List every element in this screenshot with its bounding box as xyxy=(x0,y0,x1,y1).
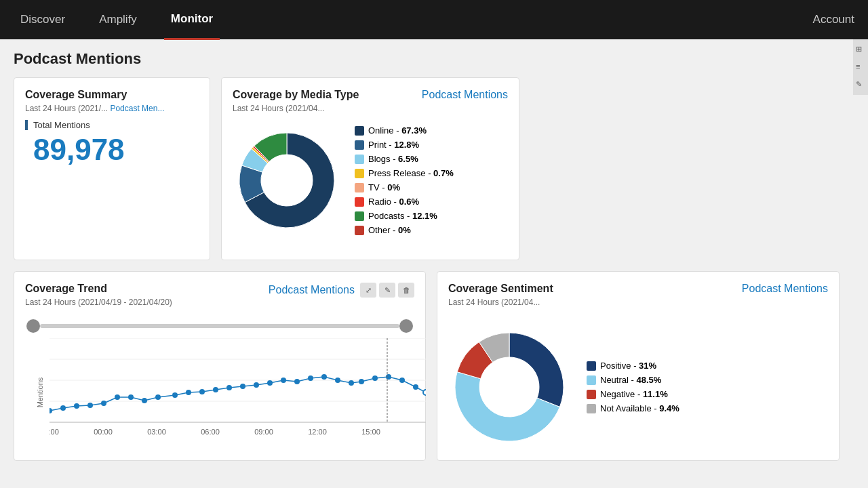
svg-text:09:00: 09:00 xyxy=(254,428,273,436)
legend-tv: TV - 0% xyxy=(355,182,454,192)
svg-point-31 xyxy=(226,385,232,390)
sentiment-donut-chart xyxy=(448,326,570,448)
navbar: Discover Amplify Monitor Account xyxy=(0,0,868,39)
total-mentions-value: 89,978 xyxy=(25,133,199,167)
svg-point-39 xyxy=(335,378,340,383)
media-subtitle: Last 24 Hours (2021/04... xyxy=(233,104,359,113)
svg-point-24 xyxy=(128,394,134,400)
svg-point-42 xyxy=(372,375,378,381)
top-cards-row: Coverage Summary Last 24 Hours (2021/...… xyxy=(14,77,840,260)
svg-point-37 xyxy=(308,375,313,381)
y-axis-label: Mentions xyxy=(36,378,44,408)
media-legend: Online - 67.3% Print - 12.8% Blogs - 6.5… xyxy=(355,125,454,235)
svg-point-23 xyxy=(115,394,120,400)
svg-point-40 xyxy=(349,380,354,386)
legend-negative: Negative - 11.1% xyxy=(587,389,679,399)
svg-text:15:00: 15:00 xyxy=(361,428,380,436)
svg-point-46 xyxy=(423,390,426,395)
legend-radio: Radio - 0.6% xyxy=(355,197,454,207)
svg-point-35 xyxy=(281,378,286,383)
page-content: Podcast Mentions Coverage Summary Last 2… xyxy=(0,39,853,472)
sentiment-title-block: Coverage Sentiment Last 24 Hours (2021/0… xyxy=(448,283,553,314)
svg-point-21 xyxy=(87,403,93,408)
coverage-sentiment-card: Coverage Sentiment Last 24 Hours (2021/0… xyxy=(437,271,840,461)
sentiment-header: Coverage Sentiment Last 24 Hours (2021/0… xyxy=(448,283,828,314)
svg-point-45 xyxy=(413,384,418,390)
svg-point-20 xyxy=(74,403,79,409)
coverage-trend-card: Coverage Trend Last 24 Hours (2021/04/19… xyxy=(14,271,426,461)
svg-point-26 xyxy=(155,394,161,400)
trend-delete-button[interactable]: 🗑 xyxy=(398,283,414,298)
trend-title-block: Coverage Trend Last 24 Hours (2021/04/19… xyxy=(25,283,172,314)
slider-left-thumb[interactable] xyxy=(26,319,40,333)
trend-slider[interactable] xyxy=(25,319,414,333)
media-title-block: Coverage by Media Type Last 24 Hours (20… xyxy=(233,89,359,120)
svg-point-41 xyxy=(359,379,364,384)
slider-right-thumb[interactable] xyxy=(399,319,413,333)
svg-point-38 xyxy=(321,374,327,380)
legend-not-available: Not Available - 9.4% xyxy=(587,403,679,413)
trend-header: Coverage Trend Last 24 Hours (2021/04/19… xyxy=(25,283,414,314)
summary-link[interactable]: Podcast Men... xyxy=(110,104,164,113)
legend-neutral: Neutral - 48.5% xyxy=(587,375,679,385)
coverage-media-card: Coverage by Media Type Last 24 Hours (20… xyxy=(221,77,519,260)
svg-point-44 xyxy=(399,378,405,383)
svg-point-34 xyxy=(267,380,273,386)
svg-point-29 xyxy=(199,389,205,394)
svg-text:00:00: 00:00 xyxy=(94,428,113,436)
legend-online: Online - 67.3% xyxy=(355,125,454,136)
trend-subtitle: Last 24 Hours (2021/04/19 - 2021/04/20) xyxy=(25,298,172,307)
summary-title: Coverage Summary xyxy=(25,89,199,101)
account-menu[interactable]: Account xyxy=(813,13,854,26)
legend-positive: Positive - 31% xyxy=(587,361,679,371)
legend-print: Print - 12.8% xyxy=(355,140,454,150)
svg-point-43 xyxy=(386,374,391,380)
svg-point-30 xyxy=(213,387,218,392)
nav-item-monitor[interactable]: Monitor xyxy=(164,0,220,40)
svg-point-33 xyxy=(254,382,259,388)
media-donut-chart xyxy=(233,126,341,235)
edit-side-icon[interactable]: ✎ xyxy=(856,80,865,89)
sentiment-legend: Positive - 31% Neutral - 48.5% Negative … xyxy=(587,361,679,413)
trend-expand-button[interactable]: ⤢ xyxy=(360,283,376,298)
grid-icon[interactable]: ⊞ xyxy=(856,45,865,54)
svg-point-25 xyxy=(142,398,147,403)
coverage-summary-card: Coverage Summary Last 24 Hours (2021/...… xyxy=(14,77,210,260)
svg-text:03:00: 03:00 xyxy=(147,428,166,436)
sentiment-title: Coverage Sentiment xyxy=(448,283,553,295)
trend-link[interactable]: Podcast Mentions xyxy=(269,284,355,296)
bottom-cards-row: Coverage Trend Last 24 Hours (2021/04/19… xyxy=(14,271,840,461)
svg-text:06:00: 06:00 xyxy=(201,428,220,436)
trend-chart-area: Mentions 8K 6K 4K 2K 0 xyxy=(25,338,414,447)
media-card-header: Coverage by Media Type Last 24 Hours (20… xyxy=(233,89,508,120)
nav-item-amplify[interactable]: Amplify xyxy=(92,1,144,39)
list-icon[interactable]: ≡ xyxy=(856,62,865,72)
media-content: Online - 67.3% Print - 12.8% Blogs - 6.5… xyxy=(233,125,508,235)
trend-right: Podcast Mentions ⤢ ✎ 🗑 xyxy=(269,283,414,298)
svg-point-28 xyxy=(186,390,191,395)
media-title: Coverage by Media Type xyxy=(233,89,359,101)
trend-edit-button[interactable]: ✎ xyxy=(379,283,395,298)
sentiment-link[interactable]: Podcast Mentions xyxy=(742,283,828,295)
nav-links: Discover Amplify Monitor xyxy=(14,0,220,40)
svg-point-36 xyxy=(294,379,300,384)
legend-other: Other - 0% xyxy=(355,225,454,235)
svg-point-22 xyxy=(101,401,106,406)
svg-point-19 xyxy=(60,405,66,411)
svg-point-32 xyxy=(240,384,245,389)
nav-item-discover[interactable]: Discover xyxy=(14,1,72,39)
sentiment-content: Positive - 31% Neutral - 48.5% Negative … xyxy=(448,319,828,448)
total-mentions-label: Total Mentions xyxy=(25,120,199,130)
svg-point-18 xyxy=(50,408,52,413)
sentiment-subtitle: Last 24 Hours (2021/04... xyxy=(448,298,553,307)
page-title: Podcast Mentions xyxy=(14,50,840,68)
legend-podcasts: Podcasts - 12.1% xyxy=(355,211,454,221)
svg-text:21:00: 21:00 xyxy=(50,428,59,436)
svg-point-27 xyxy=(172,392,178,398)
trend-title: Coverage Trend xyxy=(25,283,172,295)
legend-press-release: Press Release - 0.7% xyxy=(355,168,454,178)
slider-track[interactable] xyxy=(40,324,399,328)
svg-text:12:00: 12:00 xyxy=(308,428,327,436)
media-link[interactable]: Podcast Mentions xyxy=(422,89,508,101)
trend-actions: ⤢ ✎ 🗑 xyxy=(360,283,414,298)
